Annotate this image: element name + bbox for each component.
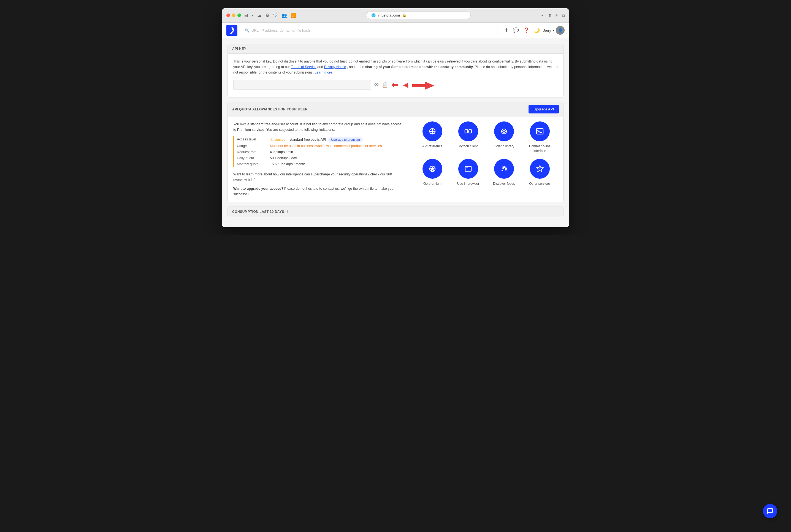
golang-label: Golang library — [494, 144, 514, 149]
upgrade-api-button[interactable]: Upgrade API — [529, 105, 559, 113]
service-item-use-in-browser[interactable]: Use in browser — [453, 159, 483, 186]
globe-icon: 🌐 — [371, 13, 376, 17]
new-tab-icon[interactable]: ＋ — [554, 13, 559, 18]
go-premium-icon — [422, 159, 442, 179]
svg-line-13 — [538, 131, 539, 132]
quota-table: Access level ⚠ Limited , standard free p… — [233, 136, 403, 167]
warning-icon: ⚠ — [270, 138, 273, 142]
learn-more-link[interactable]: Learn more — [315, 71, 332, 74]
windows-icon[interactable]: ⧉ — [562, 13, 565, 18]
monthly-quota-value: 15.5 K lookups / month — [270, 162, 305, 166]
consumption-card: CONSUMPTION LAST 30 DAYS ℹ — [227, 207, 564, 217]
use-in-browser-label: Use in browser — [457, 182, 479, 186]
comments-icon[interactable]: 💬 — [513, 27, 519, 33]
more-options-icon[interactable]: ⋯ — [540, 13, 545, 18]
discover-feeds-icon — [494, 159, 514, 179]
svg-rect-4 — [465, 130, 468, 133]
service-item-cli[interactable]: Command-line interface — [525, 121, 555, 153]
use-in-browser-icon — [458, 159, 478, 179]
dark-mode-icon[interactable]: 🌙 — [534, 27, 540, 33]
red-arrow-indicator: ⬅ ◄ — [391, 80, 434, 90]
browser-window: ⊟ ▾ ☁ ⚙ 🛡 👥 📶 🌐 virustotal.com 🔒 ⋯ ⬆ ＋ ⧉ — [222, 8, 569, 227]
service-item-other-services[interactable]: Other services — [525, 159, 555, 186]
limited-badge: ⚠ Limited — [270, 138, 285, 142]
users-icon: 👥 — [281, 13, 287, 18]
upgrade-to-premium-badge[interactable]: Upgrade to premium — [328, 137, 363, 142]
service-item-api-reference[interactable]: API reference — [417, 121, 448, 153]
api-key-input — [233, 80, 371, 90]
gear-icon[interactable]: ⚙ — [265, 13, 269, 18]
url-bar-container: 🌐 virustotal.com 🔒 — [300, 12, 537, 19]
api-quota-title: API QUOTA ALLOWANCES FOR YOUR USER — [232, 108, 308, 111]
usage-label: Usage — [237, 144, 270, 148]
url-text: virustotal.com — [378, 13, 400, 17]
virustotal-logo[interactable]: ❯ — [226, 25, 238, 36]
shield-icon: 🛡 — [273, 13, 278, 18]
toolbar-actions: ⬆ 💬 ❓ 🌙 — [504, 27, 540, 33]
api-key-card: API KEY This is your personal key. Do no… — [227, 44, 564, 97]
cloud-icon: ☁ — [257, 13, 262, 18]
maximize-button[interactable] — [238, 14, 241, 17]
python-client-icon — [458, 121, 478, 141]
other-services-label: Other services — [529, 182, 550, 186]
other-services-icon — [530, 159, 550, 179]
request-rate-value: 4 lookups / min — [270, 150, 293, 154]
svg-point-19 — [466, 167, 467, 167]
url-bar-right-actions: ⋯ — [540, 13, 545, 18]
service-item-discover-feeds[interactable]: Discover feeds — [489, 159, 519, 186]
terms-of-service-link[interactable]: Terms of Service — [291, 65, 317, 69]
access-level-label: Access level — [237, 137, 270, 141]
api-quota-card-header: API QUOTA ALLOWANCES FOR YOUR USER Upgra… — [228, 102, 563, 116]
cli-icon — [530, 121, 550, 141]
quota-row-request-rate: Request rate 4 lookups / min — [234, 149, 403, 155]
api-description: This is your personal key. Do not disclo… — [233, 59, 558, 75]
api-reference-icon — [422, 121, 442, 141]
sidebar-toggle-icon[interactable]: ⊟ — [244, 13, 248, 18]
privacy-notice-link[interactable]: Privacy Notice — [324, 65, 346, 69]
service-item-go-premium[interactable]: Go premium — [417, 159, 448, 186]
main-content: API KEY This is your personal key. Do no… — [222, 38, 569, 227]
close-button[interactable] — [226, 14, 230, 17]
avatar-icon: 👤 — [558, 28, 563, 33]
service-item-python-client[interactable]: Python client — [453, 121, 483, 153]
api-reference-label: API reference — [422, 144, 442, 149]
monthly-quota-label: Monthly quota — [237, 162, 270, 166]
consumption-title: CONSUMPTION LAST 30 DAYS — [232, 210, 284, 214]
sharing-notice: sharing of your Sample submissions with … — [365, 65, 474, 69]
minimize-button[interactable] — [232, 14, 236, 17]
copy-icon[interactable]: 📋 — [382, 82, 388, 88]
svg-point-20 — [467, 167, 468, 167]
chevron-down-icon: ▾ — [553, 29, 554, 32]
api-key-card-header: API KEY — [228, 44, 563, 54]
service-grid-container: API reference — [415, 121, 558, 197]
upload-icon[interactable]: ⬆ — [504, 27, 508, 33]
cli-label: Command-line interface — [525, 144, 555, 153]
user-avatar[interactable]: 👤 — [556, 26, 565, 35]
logo-symbol: ❯ — [229, 27, 234, 34]
service-grid: API reference — [415, 121, 558, 186]
chevron-down-icon[interactable]: ▾ — [252, 14, 253, 17]
info-icon[interactable]: ℹ — [286, 210, 288, 214]
search-input[interactable]: 🔍 URL, IP address, domain or file hash — [241, 26, 497, 35]
quota-row-daily: Daily quota 500 lookups / day — [234, 155, 403, 161]
api-key-icons: 👁 📋 — [374, 82, 388, 88]
python-client-label: Python client — [459, 144, 478, 149]
quota-left: You own a standard free end-user account… — [233, 121, 403, 197]
search-icon: 🔍 — [245, 28, 249, 33]
svg-rect-11 — [536, 129, 543, 134]
daily-quota-label: Daily quota — [237, 156, 270, 160]
url-bar[interactable]: 🌐 virustotal.com 🔒 — [366, 12, 471, 19]
go-premium-label: Go premium — [423, 182, 441, 186]
user-section[interactable]: Jerry ▾ 👤 — [543, 26, 565, 35]
help-icon[interactable]: ❓ — [523, 27, 529, 33]
learn-more-section: Want to learn more about how our intelli… — [233, 172, 403, 183]
daily-quota-value: 500 lookups / day — [270, 156, 297, 160]
svg-point-8 — [503, 130, 505, 132]
api-key-row: 👁 📋 ⬅ ◄ — [233, 80, 558, 90]
eye-icon[interactable]: 👁 — [374, 82, 379, 88]
service-item-golang[interactable]: Golang library — [489, 121, 519, 153]
usage-warning: Must not be used in business workflows, … — [270, 144, 383, 148]
discover-feeds-label: Discover feeds — [493, 182, 515, 186]
share-icon[interactable]: ⬆ — [548, 13, 552, 18]
api-quota-card: API QUOTA ALLOWANCES FOR YOUR USER Upgra… — [227, 102, 564, 202]
